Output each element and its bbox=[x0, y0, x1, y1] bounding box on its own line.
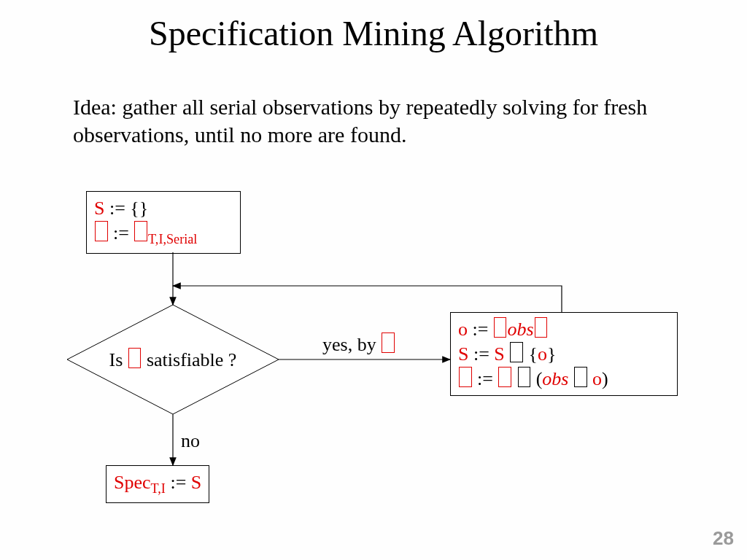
obs-func: obs bbox=[542, 368, 568, 389]
assign-op: := bbox=[104, 198, 130, 219]
var-o: o bbox=[538, 343, 547, 365]
edge-yes-text: yes, by bbox=[322, 334, 381, 355]
phi-symbol-icon bbox=[128, 348, 142, 368]
and-op-icon bbox=[518, 367, 531, 387]
update-line-phi: := (obs o) bbox=[458, 367, 670, 392]
update-line-o: o := obs bbox=[458, 317, 670, 342]
sigma-symbol-icon bbox=[535, 317, 548, 338]
phi-subscript: T,I,Serial bbox=[148, 232, 197, 246]
var-s: S bbox=[94, 198, 104, 219]
init-line-s: S := {} bbox=[94, 196, 233, 221]
paren-open: ( bbox=[531, 368, 542, 389]
spec-subscript: T,I bbox=[151, 481, 166, 496]
decision-diamond: Is satisfiable ? bbox=[67, 305, 279, 414]
assign-op: := bbox=[468, 319, 493, 340]
var-o: o bbox=[592, 368, 602, 389]
assign-op: := bbox=[166, 472, 191, 493]
page-number: 28 bbox=[713, 527, 734, 550]
assign-op: := bbox=[473, 368, 498, 389]
init-box: S := {} := T,I,Serial bbox=[86, 191, 241, 254]
edge-label-yes: yes, by bbox=[322, 332, 395, 356]
brace-close: } bbox=[547, 343, 556, 365]
edge-label-no: no bbox=[181, 430, 200, 452]
val-empty-set: {} bbox=[130, 198, 148, 219]
assign-op: := bbox=[468, 343, 494, 365]
slide: Specification Mining Algorithm Idea: gat… bbox=[0, 0, 747, 560]
phi-symbol-icon bbox=[459, 367, 472, 387]
spec-label: Spec bbox=[114, 472, 151, 493]
phi-symbol-icon bbox=[134, 221, 147, 241]
sigma-symbol-icon bbox=[494, 317, 507, 338]
decision-prefix: Is bbox=[109, 349, 128, 370]
var-s: S bbox=[191, 472, 201, 493]
update-box: o := obs S := S {o} := (obs o) bbox=[450, 312, 678, 396]
var-s: S bbox=[494, 343, 504, 365]
var-s: S bbox=[458, 343, 468, 365]
var-o: o bbox=[458, 319, 468, 340]
slide-title: Specification Mining Algorithm bbox=[0, 13, 747, 53]
update-line-s: S := S {o} bbox=[458, 342, 670, 367]
decision-text: Is satisfiable ? bbox=[67, 305, 279, 414]
brace-open: { bbox=[524, 343, 538, 365]
result-box: SpecT,I := S bbox=[106, 465, 209, 503]
idea-text: Idea: gather all serial observations by … bbox=[73, 93, 678, 148]
init-line-phi: := T,I,Serial bbox=[94, 221, 233, 249]
sigma-symbol-icon bbox=[382, 332, 395, 353]
assign-op: := bbox=[109, 222, 134, 244]
phi-symbol-icon bbox=[498, 367, 511, 387]
paren-close: ) bbox=[602, 368, 608, 389]
neq-op-icon bbox=[574, 367, 587, 387]
decision-suffix: satisfiable ? bbox=[142, 349, 236, 370]
obs-func: obs bbox=[507, 319, 533, 340]
union-op-icon bbox=[510, 342, 523, 362]
phi-symbol-icon bbox=[95, 221, 108, 241]
